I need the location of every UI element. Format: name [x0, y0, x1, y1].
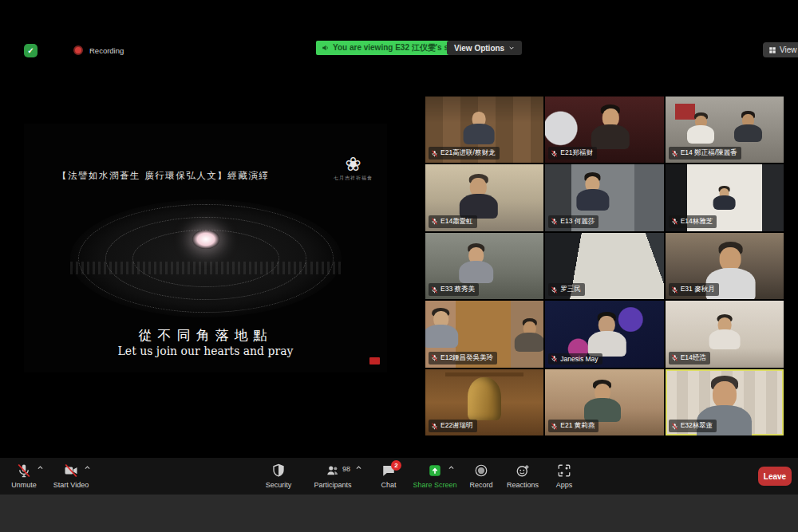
toolbar-button-label: Chat	[381, 481, 396, 489]
chevron-up-icon[interactable]	[37, 464, 44, 471]
view-options-label: View Options	[454, 44, 504, 53]
participant-person	[575, 172, 610, 210]
participant-name-label: Janesis May	[548, 353, 602, 365]
chevron-down-icon	[508, 45, 515, 51]
participant-name: E33 蔡秀美	[440, 285, 475, 294]
chat-icon: 2	[381, 463, 396, 479]
participant-tile[interactable]: E32林翠蓮	[666, 369, 784, 435]
participant-tile[interactable]: E13 何麗莎	[545, 164, 663, 231]
apps-icon	[557, 463, 571, 479]
toolbar-button-label: Apps	[556, 481, 573, 489]
mic-muted-icon	[671, 150, 678, 157]
participant-person	[713, 186, 736, 210]
toolbar-button-participants[interactable]: 98Participants	[306, 463, 360, 489]
toolbar-button-label: Reactions	[507, 481, 539, 489]
arena-crowd	[70, 262, 342, 274]
start-video-options-chevron[interactable]	[84, 464, 91, 473]
recording-dot-icon	[73, 45, 83, 55]
participant-name-label: E21 黄莉燕	[548, 420, 598, 432]
broadcast-logo	[369, 357, 380, 365]
participant-tile[interactable]: E22谢瑞明	[425, 369, 543, 435]
ceremony-arena	[70, 199, 342, 317]
recording-indicator[interactable]: Recording	[73, 45, 124, 55]
participant-person	[462, 108, 495, 144]
participant-name: E14林雅芝	[681, 217, 713, 227]
participant-person	[514, 318, 543, 352]
participant-tile[interactable]: E21 黄莉燕	[545, 369, 663, 435]
participant-name: Janesis May	[560, 355, 598, 363]
participant-person	[459, 174, 499, 219]
toolbar-button-label: Participants	[314, 481, 351, 489]
toolbar-button-apps[interactable]: Apps	[537, 463, 591, 489]
toolbar-button-start-video[interactable]: Start Video	[44, 463, 98, 489]
participant-name: E22谢瑞明	[440, 421, 473, 431]
grid-view-icon	[768, 46, 776, 54]
participant-tile[interactable]: E14蕭愛虹	[425, 164, 543, 231]
toolbar-button-security[interactable]: Security	[251, 463, 306, 489]
mic-muted-icon	[431, 423, 438, 430]
participant-tile[interactable]: E21高进联/蔡财龙	[425, 97, 543, 163]
temple-bell	[468, 377, 501, 420]
mic-muted-icon	[671, 423, 678, 430]
participant-name: E13 何麗莎	[560, 217, 595, 227]
view-options-button[interactable]: View Options	[447, 41, 522, 55]
view-button[interactable]: View	[763, 42, 798, 57]
participant-name-label: E14林雅芝	[669, 215, 717, 228]
toolbar-button-label: Record	[469, 481, 492, 489]
toolbar-button-label: Share Screen	[413, 481, 456, 489]
participants-count: 98	[342, 465, 350, 473]
mic-muted-icon	[431, 150, 438, 157]
share-icon	[428, 463, 442, 479]
participant-person	[425, 308, 459, 348]
participant-name: E21高进联/蔡财龙	[440, 148, 496, 158]
reactions-icon	[516, 463, 530, 479]
participant-person	[591, 104, 630, 149]
encryption-shield-icon: ✓	[24, 44, 38, 57]
mic-muted-icon	[671, 218, 678, 225]
unmute-options-chevron[interactable]	[37, 464, 44, 473]
participant-name-label: E14经浩	[669, 352, 710, 365]
subtitle-english: Let us join our hearts and pray	[24, 345, 387, 357]
speaker-icon	[322, 44, 330, 52]
chevron-up-icon[interactable]	[84, 464, 91, 471]
leave-button[interactable]: Leave	[758, 467, 792, 486]
chat-unread-badge: 2	[391, 460, 401, 471]
participant-tile[interactable]: 罗三民	[545, 233, 663, 299]
view-button-label: View	[780, 45, 797, 54]
participant-tile[interactable]: E12鍾昌癸吳美玲	[425, 301, 543, 367]
participant-tile[interactable]: E14林雅芝	[666, 164, 784, 231]
participant-tile[interactable]: E33 蔡秀美	[425, 233, 543, 299]
lotus-centerpiece	[192, 230, 219, 249]
mic-muted-icon	[551, 423, 558, 430]
participant-person	[587, 312, 626, 357]
mic-muted-icon	[551, 218, 558, 225]
mic-muted-icon	[551, 286, 558, 294]
participant-name: E14经浩	[681, 353, 706, 363]
participant-name-label: E13 何麗莎	[548, 215, 598, 228]
toolbar-button-label: Unmute	[11, 481, 37, 489]
event-logo: ❀ 七月吉祥祈福會	[334, 156, 373, 182]
participant-name-label: 罗三民	[548, 283, 585, 296]
mic-muted-icon	[671, 286, 678, 294]
participant-person	[458, 243, 495, 283]
participant-person	[708, 314, 741, 350]
participant-name-label: E14蕭愛虹	[429, 215, 477, 228]
participant-tile[interactable]: E31 麥秋月	[666, 233, 784, 299]
participant-name-label: E32林翠蓮	[669, 420, 717, 432]
meeting-toolbar: UnmuteStart VideoSecurity98Participants2…	[0, 458, 798, 495]
participant-name-label: E21郑福财	[548, 147, 597, 160]
participant-tile[interactable]: E14 鄭正福/陳麗香	[666, 97, 784, 163]
shield-icon	[271, 463, 286, 479]
mic-muted-icon	[551, 355, 558, 362]
mic-muted-icon	[431, 354, 438, 361]
participant-person	[583, 380, 622, 422]
participant-tile[interactable]: E21郑福财	[545, 97, 663, 163]
participant-name-label: E31 麥秋月	[669, 283, 719, 296]
lotus-icon: ❀	[334, 156, 373, 173]
participant-tile[interactable]: E14经浩	[666, 301, 784, 367]
participant-tile[interactable]: Janesis May	[545, 301, 663, 367]
ceremony-title: 【法譬如水潤蒼生 廣行環保弘人文】經藏演繹	[57, 170, 269, 182]
participant-name: E21郑福财	[560, 148, 593, 158]
participant-name: E14 鄭正福/陳麗香	[681, 148, 737, 158]
participant-name-label: E14 鄭正福/陳麗香	[669, 147, 741, 160]
